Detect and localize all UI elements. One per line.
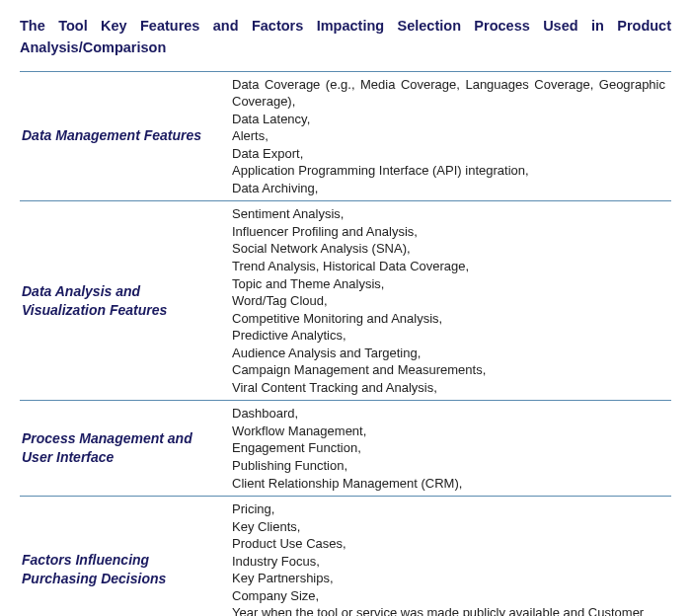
item-line: Pricing,: [232, 500, 665, 518]
item-line: Competitive Monitoring and Analysis,: [232, 310, 665, 328]
item-line: Application Programming Interface (API) …: [232, 162, 665, 180]
category-cell: Factors Influencing Purchasing Decisions: [20, 497, 222, 616]
item-line: Company Size,: [232, 587, 665, 605]
item-line: Predictive Analytics,: [232, 327, 665, 345]
item-line: Alerts,: [232, 127, 665, 145]
category-cell: Data Management Features: [20, 71, 222, 201]
category-cell: Process Management and User Interface: [20, 401, 222, 497]
item-line: Sentiment Analysis,: [232, 205, 665, 223]
item-line: Key Partnerships,: [232, 570, 665, 587]
item-line: Industry Focus,: [232, 553, 665, 571]
features-table: Data Management FeaturesData Coverage (e…: [20, 71, 671, 617]
item-line: Topic and Theme Analysis,: [232, 275, 665, 293]
item-line: Word/Tag Cloud,: [232, 292, 665, 310]
table-row: Data Management FeaturesData Coverage (e…: [20, 71, 671, 201]
table-row: Process Management and User InterfaceDas…: [20, 401, 671, 497]
item-line: Workflow Management,: [232, 423, 665, 440]
item-line: Engagement Function,: [232, 439, 665, 457]
item-line: Dashboard,: [232, 405, 665, 423]
item-line: Client Relationship Management (CRM),: [232, 475, 665, 493]
item-line: Trend Analysis, Historical Data Coverage…: [232, 258, 665, 275]
item-line: Audience Analysis and Targeting,: [232, 345, 665, 362]
item-line: Social Network Analysis (SNA),: [232, 240, 665, 258]
item-line: Data Export,: [232, 145, 665, 163]
item-line: Data Archiving,: [232, 180, 665, 197]
item-line: Year when the tool or service was made p…: [232, 604, 665, 616]
items-cell: Pricing,Key Clients,Product Use Cases,In…: [222, 497, 671, 616]
item-line: Key Clients,: [232, 518, 665, 536]
item-line: Data Coverage (e.g., Media Coverage, Lan…: [232, 76, 665, 111]
item-line: Influencer Profiling and Analysis,: [232, 223, 665, 241]
table-row: Data Analysis and Visualization Features…: [20, 201, 671, 401]
category-cell: Data Analysis and Visualization Features: [20, 201, 222, 401]
items-cell: Sentiment Analysis,Influencer Profiling …: [222, 201, 671, 401]
item-line: Campaign Management and Measurements,: [232, 361, 665, 379]
item-line: Product Use Cases,: [232, 535, 665, 553]
items-cell: Data Coverage (e.g., Media Coverage, Lan…: [222, 71, 671, 201]
item-line: Viral Content Tracking and Analysis,: [232, 379, 665, 397]
items-cell: Dashboard,Workflow Management,Engagement…: [222, 401, 671, 497]
page-title: The Tool Key Features and Factors Impact…: [20, 16, 671, 59]
table-row: Factors Influencing Purchasing Decisions…: [20, 497, 671, 616]
item-line: Publishing Function,: [232, 457, 665, 475]
item-line: Data Latency,: [232, 111, 665, 128]
